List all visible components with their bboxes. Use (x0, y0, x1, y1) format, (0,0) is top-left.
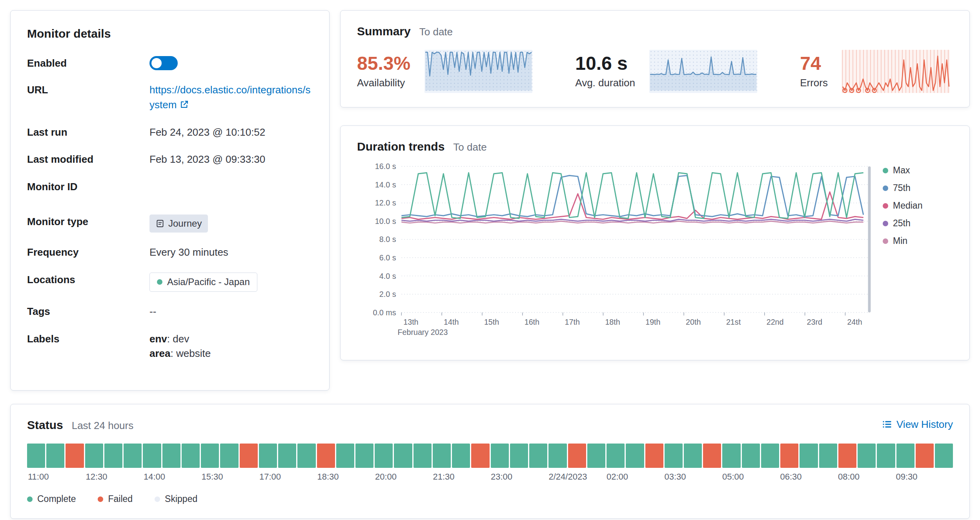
status-block-failed[interactable] (66, 444, 84, 468)
enabled-toggle[interactable] (149, 56, 178, 70)
errors-sparkline (842, 50, 950, 93)
status-legend-skipped: Skipped (155, 494, 197, 504)
status-block-complete[interactable] (935, 444, 953, 468)
location-badge: Asia/Pacific - Japan (149, 273, 257, 292)
status-block-complete[interactable] (510, 444, 528, 468)
field-row-tags: Tags -- (27, 304, 313, 319)
svg-text:12.0 s: 12.0 s (375, 198, 396, 207)
field-label-enabled: Enabled (27, 56, 149, 70)
status-block-failed[interactable] (916, 444, 934, 468)
status-block-complete[interactable] (684, 444, 702, 468)
status-block-complete[interactable] (375, 444, 393, 468)
status-subtitle: Last 24 hours (72, 420, 134, 432)
status-block-complete[interactable] (27, 444, 45, 468)
svg-text:23rd: 23rd (807, 318, 822, 326)
summary-card: Summary To date 85.3% Availability 10.6 … (340, 10, 970, 107)
svg-text:8.0 s: 8.0 s (379, 235, 396, 244)
status-block-complete[interactable] (761, 444, 779, 468)
status-block-complete[interactable] (220, 444, 238, 468)
legend-dot-icon (883, 221, 888, 226)
legend-dot-icon (155, 496, 160, 502)
status-block-complete[interactable] (529, 444, 547, 468)
status-block-complete[interactable] (665, 444, 683, 468)
status-block-failed[interactable] (645, 444, 663, 468)
status-time-label: 02:00 (606, 472, 664, 482)
duration-legend-max[interactable]: Max (883, 165, 953, 176)
duration-legend-25th[interactable]: 25th (883, 218, 953, 229)
monitor-details-title: Monitor details (27, 27, 313, 40)
status-block-complete[interactable] (877, 444, 895, 468)
field-row-frequency: Frequency Every 30 minutes (27, 245, 313, 260)
status-block-complete[interactable] (587, 444, 605, 468)
status-block-complete[interactable] (336, 444, 354, 468)
status-block-complete[interactable] (548, 444, 567, 468)
status-block-failed[interactable] (568, 444, 586, 468)
status-block-complete[interactable] (626, 444, 644, 468)
status-block-complete[interactable] (896, 444, 914, 468)
status-block-failed[interactable] (703, 444, 721, 468)
status-legend-complete: Complete (27, 494, 76, 504)
status-block-complete[interactable] (278, 444, 296, 468)
status-time-label: 2/24/2023 (548, 472, 606, 482)
status-block-complete[interactable] (182, 444, 200, 468)
status-block-failed[interactable] (838, 444, 856, 468)
field-label-labels: Labels (27, 332, 149, 346)
duration-legend-75th[interactable]: 75th (883, 183, 953, 193)
status-block-complete[interactable] (858, 444, 876, 468)
status-block-complete[interactable] (143, 444, 161, 468)
status-block-complete[interactable] (819, 444, 837, 468)
duration-legend-min[interactable]: Min (883, 236, 953, 246)
view-history-link[interactable]: View History (882, 418, 953, 431)
status-time-label: 15:30 (201, 472, 259, 482)
status-block-complete[interactable] (452, 444, 470, 468)
status-block-complete[interactable] (162, 444, 180, 468)
status-time-label: 17:00 (259, 472, 317, 482)
monitor-type-badge: Journey (149, 215, 208, 233)
monitor-url-link[interactable]: https://docs.elastic.co/integrations/sys… (149, 84, 310, 111)
status-title: Status (27, 418, 63, 432)
top-section: Monitor details Enabled URL https://docs… (10, 10, 970, 391)
duration-legend-median[interactable]: Median (883, 200, 953, 211)
availability-value: 85.3% (357, 54, 410, 73)
status-block-complete[interactable] (355, 444, 373, 468)
svg-text:20th: 20th (686, 318, 701, 326)
monitor-id-value (149, 180, 313, 194)
status-block-complete[interactable] (433, 444, 451, 468)
field-row-labels: Labels env: dev area: website (27, 332, 313, 361)
status-block-complete[interactable] (104, 444, 122, 468)
field-row-enabled: Enabled (27, 56, 313, 70)
status-block-failed[interactable] (240, 444, 258, 468)
duration-trends-plot[interactable]: 16.0 s14.0 s12.0 s10.0 s8.0 s6.0 s4.0 s2… (357, 160, 883, 346)
field-label-locations: Locations (27, 273, 149, 287)
status-block-failed[interactable] (471, 444, 489, 468)
right-column: Summary To date 85.3% Availability 10.6 … (340, 10, 970, 391)
status-block-complete[interactable] (800, 444, 818, 468)
status-block-complete[interactable] (413, 444, 432, 468)
monitor-type-label: Journey (168, 217, 202, 231)
status-block-complete[interactable] (85, 444, 103, 468)
status-block-failed[interactable] (780, 444, 798, 468)
status-block-complete[interactable] (742, 444, 760, 468)
legend-dot-icon (98, 496, 103, 502)
field-label-frequency: Frequency (27, 245, 149, 259)
status-time-label: 14:00 (143, 472, 201, 482)
status-block-failed[interactable] (317, 444, 335, 468)
label-key-area: area (149, 347, 171, 359)
status-block-complete[interactable] (297, 444, 315, 468)
field-label-last-run: Last run (27, 125, 149, 139)
status-block-complete[interactable] (607, 444, 625, 468)
status-block-complete[interactable] (201, 444, 219, 468)
status-block-complete[interactable] (46, 444, 64, 468)
field-label-monitor-id: Monitor ID (27, 180, 149, 194)
avg-duration-sparkline (649, 50, 757, 93)
status-block-complete[interactable] (491, 444, 509, 468)
external-link-icon[interactable] (180, 100, 189, 109)
status-block-complete[interactable] (394, 444, 412, 468)
svg-text:6.0 s: 6.0 s (379, 253, 396, 262)
legend-dot-icon (883, 203, 888, 209)
status-block-complete[interactable] (124, 444, 142, 468)
svg-text:10.0 s: 10.0 s (375, 217, 396, 225)
list-icon (882, 420, 892, 429)
status-block-complete[interactable] (722, 444, 740, 468)
status-block-complete[interactable] (259, 444, 277, 468)
